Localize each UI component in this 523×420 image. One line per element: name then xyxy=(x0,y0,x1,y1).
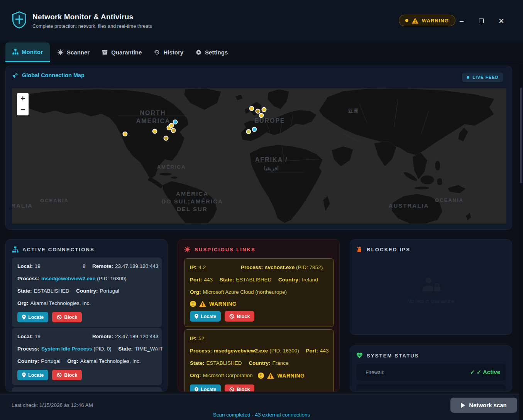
connection-dot[interactable] xyxy=(171,128,176,133)
warning-triangle-icon xyxy=(267,373,274,379)
global-connection-map-panel: Global Connection Map LIVE FEED xyxy=(5,66,512,230)
tab-history[interactable]: History xyxy=(149,42,188,62)
process-label: Process: xyxy=(17,276,39,281)
endpoint-row: Local:19 8 Remote:23.47.189.120:443 xyxy=(17,262,156,270)
local-label: Local: xyxy=(17,263,33,269)
state-value: ESTABLISHED xyxy=(34,288,69,294)
ip-row: IP:4.2 Process:svchost.exe (PID: 7852) xyxy=(190,264,328,271)
process-row: Process:msedgewebview2.exe (PID: 16300) … xyxy=(190,347,328,354)
country-label: Country: xyxy=(17,358,39,364)
status-badge-label: WARNING xyxy=(422,18,449,24)
warning-row: WARNING xyxy=(258,372,305,379)
maximize-button[interactable] xyxy=(474,13,489,29)
org-label: Org: xyxy=(67,358,78,364)
sitemap-icon xyxy=(12,49,19,55)
locate-label: Locate xyxy=(201,387,216,392)
map-region-label: OCEANIA xyxy=(40,198,69,203)
suspicious-links-panel: SUSPICIOUS LINKS IP:4.2 Process:svchost.… xyxy=(178,239,340,392)
network-scan-button[interactable]: Network scan xyxy=(450,398,517,413)
panel-title: SYSTEM STATUS xyxy=(367,353,419,359)
connection-dot[interactable] xyxy=(173,120,178,125)
locate-button[interactable]: Locate xyxy=(190,311,221,322)
org-label: Org: xyxy=(190,289,201,295)
connection-dot[interactable] xyxy=(252,127,257,132)
block-button[interactable]: Block xyxy=(225,384,254,392)
status-bar: Last check: 1/15/2026 às 12:46 AM Scan c… xyxy=(0,395,523,420)
remote-value: 23.47.189.120:443 xyxy=(115,263,159,269)
blocked-ips-panel: BLOCKED IPS No files in quarantine xyxy=(350,239,512,335)
process-link[interactable]: msedgewebview2.exe xyxy=(41,276,95,281)
process-row: Process:msedgewebview2.exe (PID: 16300) xyxy=(17,275,156,282)
map-region-label: افريقيا xyxy=(264,165,279,171)
ip-label: IP: xyxy=(190,335,196,341)
locate-label: Locate xyxy=(201,314,216,319)
process-label: Process: xyxy=(241,264,263,270)
map-region-label: EUROPE xyxy=(254,117,285,124)
block-icon xyxy=(229,314,234,319)
map-region-label: 亚洲 xyxy=(348,108,359,114)
last-check-text: Last check: 1/15/2026 às 12:46 AM xyxy=(12,402,93,408)
block-label: Block xyxy=(64,315,77,320)
tab-settings[interactable]: Settings xyxy=(191,42,232,62)
maximize-icon xyxy=(479,19,484,23)
state-label: State: xyxy=(118,346,133,352)
tab-quarantine[interactable]: Quarantine xyxy=(97,42,146,62)
app-subtitle: Complete protection: network, files and … xyxy=(32,24,152,29)
warning-row: WARNING xyxy=(190,301,328,307)
world-map[interactable]: + − NORTHAMERICAEUROPEAMÉRICAAFRIKA /افر… xyxy=(12,88,506,224)
state-row: State:ESTABLISHED Country:Portugal xyxy=(17,287,156,295)
port-label: Port: xyxy=(190,277,202,283)
process-value: svchost.exe xyxy=(265,264,295,270)
warning-triangle-icon xyxy=(412,18,418,24)
status-row xyxy=(356,384,506,392)
tab-scanner[interactable]: Scanner xyxy=(53,42,94,62)
port-label: Port: xyxy=(306,348,318,354)
process-link[interactable]: System Idle Process xyxy=(41,346,92,352)
minimize-button[interactable]: – xyxy=(454,13,469,29)
scan-status-text: Scan completed - 43 external connections xyxy=(0,412,523,418)
tab-label: Scanner xyxy=(67,49,90,56)
heart-pulse-icon xyxy=(356,352,363,359)
archive-box-icon xyxy=(102,49,108,56)
locate-button[interactable]: Locate xyxy=(17,370,48,380)
block-button[interactable]: Block xyxy=(52,312,82,322)
close-button[interactable]: ✕ xyxy=(494,13,509,29)
local-label: Local: xyxy=(17,334,33,339)
pin-icon xyxy=(195,387,198,392)
play-icon xyxy=(461,403,465,408)
connection-dot[interactable] xyxy=(246,129,251,134)
connection-dot[interactable] xyxy=(123,132,128,137)
pin-icon xyxy=(195,314,198,319)
connection-dot[interactable] xyxy=(152,129,157,134)
block-icon xyxy=(57,373,62,378)
zoom-out-button[interactable]: − xyxy=(17,104,29,115)
pid-value: (PID: 16300) xyxy=(97,276,127,281)
org-row: Org:Microsoft Corporation WARNING xyxy=(190,372,328,379)
country-label: Country: xyxy=(76,288,98,294)
connection-card: Local:19 8 Remote:23.47.189.120:443 Proc… xyxy=(12,257,162,327)
connection-dot[interactable] xyxy=(259,113,264,118)
block-button[interactable]: Block xyxy=(52,370,82,380)
locate-button[interactable]: Locate xyxy=(17,312,48,322)
connection-dot[interactable] xyxy=(262,107,267,112)
network-scan-label: Network scan xyxy=(469,402,507,408)
exclamation-circle-icon xyxy=(190,301,196,307)
ip-row: IP:52 xyxy=(190,335,328,342)
connection-dot[interactable] xyxy=(249,106,254,111)
org-label: Org: xyxy=(17,300,29,306)
tab-monitor[interactable]: Monitor xyxy=(5,42,50,62)
remote-value: 23.47.189.120:443 xyxy=(115,334,159,339)
scrollbar-thumb[interactable] xyxy=(520,88,522,183)
zoom-in-button[interactable]: + xyxy=(17,93,29,104)
connection-card xyxy=(12,387,162,392)
block-button[interactable]: Block xyxy=(225,311,254,322)
tab-label: Monitor xyxy=(22,49,43,55)
sitemap-icon xyxy=(12,246,19,253)
block-label: Block xyxy=(64,373,77,378)
locate-button[interactable]: Locate xyxy=(190,384,221,392)
org-label: Org: xyxy=(190,373,201,378)
satellite-icon xyxy=(12,72,18,78)
connection-dot[interactable] xyxy=(164,136,169,141)
history-icon xyxy=(154,49,160,56)
map-region-label: AUSTRALIA xyxy=(389,202,429,209)
